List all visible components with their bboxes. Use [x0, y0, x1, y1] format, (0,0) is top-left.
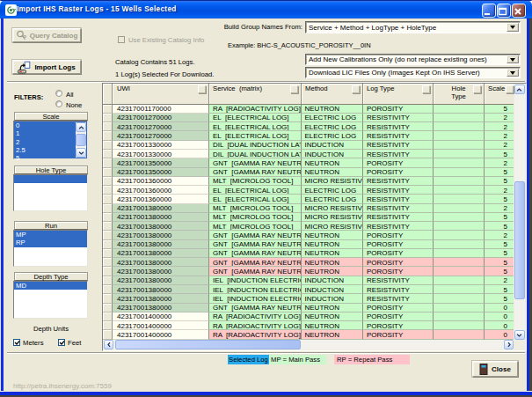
svg-text:?: ?	[23, 34, 26, 40]
